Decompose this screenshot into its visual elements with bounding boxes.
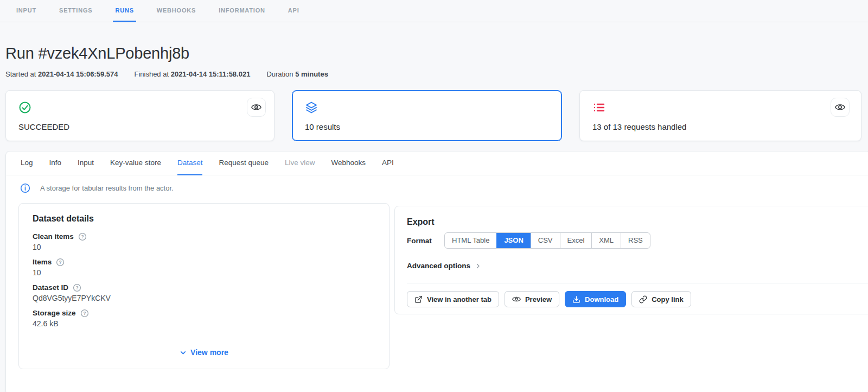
check-circle-icon [18,101,31,114]
link-icon [639,295,647,304]
info-text: A storage for tabular results from the a… [40,184,174,192]
export-actions: View in another tab Preview [407,291,866,307]
tab-api[interactable]: API [286,0,302,22]
field-value: 10 [33,242,375,252]
export-title: Export [407,217,866,227]
format-label: Format [407,237,432,245]
advanced-options-toggle[interactable]: Advanced options [407,262,866,270]
status-card-requests[interactable]: 13 of 13 requests handled [579,90,861,141]
tab-webhooks-storage[interactable]: Webhooks [331,151,366,175]
format-option-json[interactable]: JSON [496,233,530,248]
tab-runs[interactable]: RUNS [113,0,136,22]
export-card: Export Format HTML Table JSON CSV Excel … [394,206,868,314]
duration-value: 5 minutes [295,70,328,78]
field-label: Storage size [33,308,76,318]
button-label: Download [585,295,618,304]
started-at-value: 2021-04-14 15:06:59.574 [38,70,118,78]
tab-input[interactable]: INPUT [14,0,39,22]
tab-live-view: Live view [285,151,315,175]
field-storage-size: Storage size ? 42.6 kB [33,308,375,329]
external-link-icon [414,295,423,304]
svg-text:?: ? [75,285,78,290]
field-items: Items ? 10 [33,257,375,278]
eye-icon [835,102,845,112]
tab-input-storage[interactable]: Input [78,151,94,175]
finished-at-label: Finished at [134,70,169,78]
status-card-succeeded[interactable]: SUCCEEDED [5,90,275,141]
started-at-label: Started at [5,70,36,78]
dataset-details-card: Dataset details Clean items ? 10 Items [18,203,390,369]
tab-info[interactable]: Info [49,151,62,175]
duration: Duration 5 minutes [266,70,328,78]
status-card-results[interactable]: 10 results [292,90,562,141]
button-label: Preview [525,295,552,304]
preview-requests-button[interactable] [831,98,850,117]
tab-request-queue[interactable]: Request queue [219,151,269,175]
field-dataset-id: Dataset ID ? Qd8VG5tyyE7PYkCKV [33,283,375,304]
tab-log[interactable]: Log [21,151,33,175]
field-value: 10 [33,268,375,278]
download-icon [572,295,580,304]
format-option-html-table[interactable]: HTML Table [445,233,496,248]
tab-information[interactable]: INFORMATION [216,0,267,22]
help-icon[interactable]: ? [73,283,81,292]
dataset-info-banner: A storage for tabular results from the a… [20,183,174,193]
info-icon [20,183,30,193]
format-option-csv[interactable]: CSV [531,233,560,248]
format-option-rss[interactable]: RSS [621,233,650,248]
finished-at-value: 2021-04-14 15:11:58.021 [171,70,251,78]
svg-text:?: ? [59,260,62,265]
format-option-xml[interactable]: XML [591,233,621,248]
storage-tab-bar: Log Info Input Key-value store Dataset R… [6,151,868,175]
page-title: Run #vzek4XnLPobenhj8b [5,45,189,62]
tab-dataset[interactable]: Dataset [177,151,203,175]
help-icon[interactable]: ? [56,258,65,267]
copy-link-button[interactable]: Copy link [631,291,691,307]
eye-icon [512,295,521,304]
run-detail-tab-bar: INPUT SETTINGS RUNS WEBHOOKS INFORMATION… [0,0,868,22]
format-option-excel[interactable]: Excel [560,233,592,248]
list-icon [592,101,605,114]
preview-button[interactable]: Preview [505,291,559,307]
preview-status-button[interactable] [247,98,266,117]
svg-text:?: ? [83,311,86,316]
field-label: Dataset ID [33,283,68,292]
field-clean-items: Clean items ? 10 [33,232,375,252]
status-card-label: 10 results [305,122,340,131]
layers-icon [305,101,318,114]
format-selector: HTML Table JSON CSV Excel XML RSS [444,232,650,249]
view-more-link[interactable]: View more [19,348,389,357]
started-at: Started at 2021-04-14 15:06:59.574 [5,70,118,78]
chevron-down-icon [180,349,187,356]
view-more-label: View more [190,348,228,357]
view-in-another-tab-button[interactable]: View in another tab [407,291,499,307]
field-label: Clean items [33,232,74,241]
duration-label: Duration [266,70,293,78]
tab-settings[interactable]: SETTINGS [57,0,94,22]
svg-text:?: ? [81,234,84,239]
storage-panel: Log Info Input Key-value store Dataset R… [5,151,868,392]
dataset-details-title: Dataset details [33,214,375,224]
advanced-options-label: Advanced options [407,262,470,270]
chevron-right-icon [475,263,481,269]
format-row: Format HTML Table JSON CSV Excel XML RSS [407,232,866,249]
run-meta: Started at 2021-04-14 15:06:59.574 Finis… [5,70,328,78]
tab-api-storage[interactable]: API [382,151,394,175]
eye-icon [251,102,261,112]
help-icon[interactable]: ? [78,232,87,241]
tab-webhooks[interactable]: WEBHOOKS [155,0,198,22]
field-value: Qd8VG5tyyE7PYkCKV [33,293,375,304]
download-button[interactable]: Download [565,291,626,307]
tab-key-value-store[interactable]: Key-value store [110,151,161,175]
button-label: View in another tab [427,295,492,304]
button-label: Copy link [652,295,684,304]
status-card-label: SUCCEEDED [18,122,69,131]
finished-at: Finished at 2021-04-14 15:11:58.021 [134,70,250,78]
help-icon[interactable]: ? [80,309,89,318]
field-value: 42.6 kB [33,319,375,329]
status-card-label: 13 of 13 requests handled [592,122,686,131]
field-label: Items [33,257,52,267]
export-divider [407,283,868,283]
